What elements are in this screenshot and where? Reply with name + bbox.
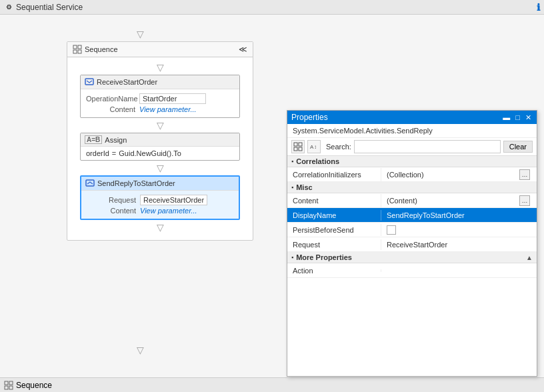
maximize-button[interactable]: □ <box>514 113 521 121</box>
assign-title: Assign <box>105 136 127 144</box>
svg-rect-1 <box>78 45 81 49</box>
displayname-prop-name: DisplayName <box>287 210 381 221</box>
sequence-icon <box>73 45 82 54</box>
misc-expand-icon: ▪ <box>291 184 293 191</box>
receive-activity[interactable]: ReceiveStartOrder OperationName StartOrd… <box>80 75 240 118</box>
bottom-seq-label: Sequence <box>16 381 52 390</box>
action-prop-row[interactable]: Action <box>287 263 537 278</box>
receive-prop-content: Content View parameter... <box>86 105 234 113</box>
receive-title: ReceiveStartOrder <box>97 78 157 86</box>
content-value-2[interactable]: View parameter... <box>140 207 197 215</box>
svg-rect-6 <box>5 381 8 385</box>
assign-expression: orderId = Guid.NewGuid().To <box>81 147 239 160</box>
svg-rect-13 <box>299 147 302 151</box>
content-prop-row[interactable]: Content (Content) … <box>287 193 537 208</box>
content-label: Content <box>86 105 139 113</box>
receive-prop-opname: OperationName StartOrder <box>86 93 234 104</box>
sendreply-prop-request: Request ReceiveStartOrder <box>87 195 233 205</box>
bottom-bar: Sequence <box>0 377 544 392</box>
opname-label: OperationName <box>86 95 139 103</box>
panel-title-bar: Properties ▬ □ ✕ <box>287 111 537 124</box>
assign-right: Guid.NewGuid().To <box>119 149 181 157</box>
request-prop-val: ReceiveStartOrder <box>381 239 537 250</box>
sendreply-body: Request ReceiveStartOrder Content View p… <box>81 191 239 219</box>
sendreply-activity[interactable]: SendReplyToStartOrder Request ReceiveSta… <box>80 175 240 220</box>
assign-activity[interactable]: A=B Assign orderId = Guid.NewGuid().To <box>80 133 240 161</box>
sequence-container: Sequence ≪ ▽ ReceiveStartOrder <box>67 41 253 241</box>
request-label: Request <box>87 196 140 204</box>
svg-rect-7 <box>9 381 13 385</box>
sort-alpha-button[interactable]: A ↕ <box>307 140 321 153</box>
persist-checkbox[interactable] <box>387 225 396 235</box>
clear-button[interactable]: Clear <box>503 141 533 153</box>
displayname-prop-value-text: SendReplyToStartOrder <box>387 211 465 219</box>
persist-prop-row[interactable]: PersistBeforeSend <box>287 223 537 237</box>
request-prop-row[interactable]: Request ReceiveStartOrder <box>287 237 537 252</box>
persist-prop-val <box>381 224 537 236</box>
correlations-section-header[interactable]: ▪ Correlations <box>287 156 537 167</box>
ci-prop-value-text: (Collection) <box>387 171 424 179</box>
displayname-prop-row[interactable]: DisplayName SendReplyToStartOrder <box>287 208 537 223</box>
receive-icon <box>85 77 94 87</box>
workflow-icon: ⚙ <box>4 3 13 12</box>
opname-value[interactable]: StartOrder <box>139 93 206 104</box>
request-prop-value-text: ReceiveStartOrder <box>387 241 447 249</box>
action-prop-val <box>381 269 537 272</box>
svg-rect-9 <box>9 386 13 389</box>
ci-prop-name: CorrelationInitializers <box>287 169 381 180</box>
close-button[interactable]: ✕ <box>524 113 533 122</box>
displayname-prop-val: SendReplyToStartOrder <box>381 210 537 221</box>
warning-icon: ℹ <box>537 2 540 13</box>
svg-rect-3 <box>78 50 81 53</box>
moreprops-label: More Properties <box>296 253 352 261</box>
arrow-down-2: ▽ <box>75 60 245 75</box>
content-ellipsis-button[interactable]: … <box>519 195 530 206</box>
persist-prop-name: PersistBeforeSend <box>287 225 381 235</box>
correlations-expand-icon: ▪ <box>291 158 293 165</box>
moreprops-section-header[interactable]: ▪ More Properties ▲ <box>287 252 537 263</box>
assign-header: A=B Assign <box>81 133 239 147</box>
arrow-down-1: ▽ <box>0 27 280 41</box>
ci-ellipsis-button[interactable]: … <box>519 169 530 180</box>
sequence-body: ▽ ReceiveStartOrder OperationName Start <box>67 57 253 240</box>
workflow-title: Sequential Service <box>16 3 83 12</box>
minimize-button[interactable]: ▬ <box>501 113 511 121</box>
assign-icon: A=B <box>85 135 102 144</box>
assign-equals: = <box>112 149 116 157</box>
assign-left: orderId <box>86 149 109 157</box>
panel-toolbar: A ↕ Search: Clear <box>287 138 537 156</box>
sendreply-title: SendReplyToStartOrder <box>97 179 175 187</box>
correlations-label: Correlations <box>296 157 339 165</box>
sequence-collapse-icon[interactable]: ≪ <box>239 45 247 54</box>
sort-category-button[interactable] <box>291 140 305 153</box>
arrow-down-3: ▽ <box>75 118 245 133</box>
svg-rect-5 <box>86 180 94 186</box>
search-input[interactable] <box>354 140 501 153</box>
moreprops-expand-icon: ▪ <box>291 254 293 261</box>
request-value[interactable]: ReceiveStartOrder <box>140 195 207 205</box>
content-prop-name: Content <box>287 195 381 206</box>
title-bar: ⚙ Sequential Service ℹ <box>0 0 544 15</box>
workflow-area: ▽ Sequence ≪ ▽ <box>0 15 280 377</box>
svg-rect-0 <box>73 45 77 49</box>
arrow-down-4: ▽ <box>75 161 245 175</box>
content-value[interactable]: View parameter... <box>139 105 197 113</box>
ci-prop-val: (Collection) … <box>381 168 537 181</box>
content-prop-value-text: (Content) <box>387 197 417 205</box>
svg-rect-11 <box>299 143 302 146</box>
panel-subtitle: System.ServiceModel.Activities.SendReply <box>287 124 537 138</box>
svg-rect-4 <box>85 79 93 85</box>
workflow-canvas: ⚙ Sequential Service ℹ ▽ Sequence <box>0 0 544 392</box>
bottom-seq-icon <box>4 381 13 390</box>
correlation-initializers-row[interactable]: CorrelationInitializers (Collection) … <box>287 167 537 182</box>
sendreply-icon <box>85 179 95 188</box>
arrow-down-5: ▽ <box>75 220 245 235</box>
sendreply-prop-content: Content View parameter... <box>87 207 233 215</box>
properties-table: ▪ Correlations CorrelationInitializers (… <box>287 156 537 376</box>
panel-controls: ▬ □ ✕ <box>501 113 533 122</box>
search-label: Search: <box>326 143 351 151</box>
misc-section-header[interactable]: ▪ Misc <box>287 182 537 193</box>
moreprops-collapse-icon: ▲ <box>526 254 533 261</box>
sequence-header: Sequence ≪ <box>67 42 253 57</box>
svg-rect-8 <box>5 386 8 389</box>
